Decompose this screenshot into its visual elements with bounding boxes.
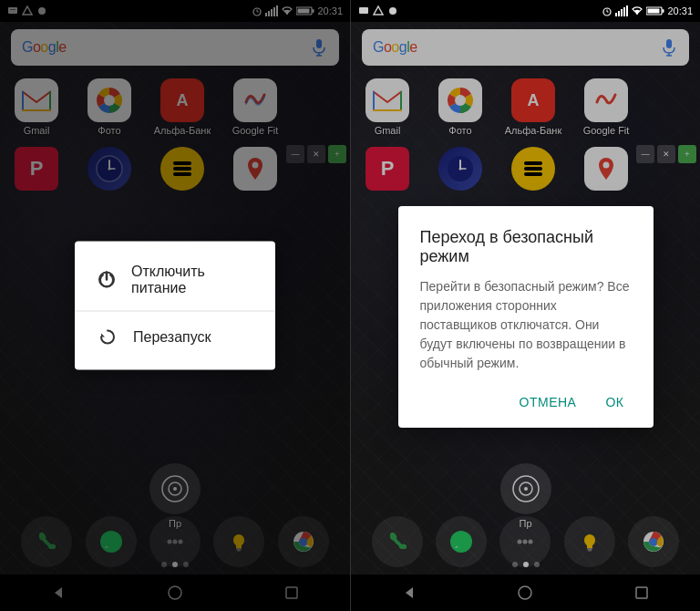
r-battery-icon [646, 5, 664, 16]
dialog-title: Переход в безопасный режим [420, 228, 632, 266]
r-notif-1 [358, 5, 369, 16]
svg-marker-55 [101, 334, 105, 337]
status-bar-right: 20:31 [351, 0, 700, 22]
power-off-label: Отключить питание [131, 264, 253, 296]
svg-rect-68 [623, 7, 625, 16]
right-panel: 20:31 Google Gmail [350, 0, 700, 611]
svg-rect-59 [359, 7, 368, 14]
r-wifi-icon [631, 5, 643, 16]
status-icons-right-left [358, 5, 398, 16]
svg-rect-66 [618, 11, 620, 16]
svg-rect-69 [626, 5, 628, 16]
restart-item[interactable]: Перезапуск [75, 311, 275, 363]
dialog-buttons: ОТМЕНА ОК [420, 391, 632, 413]
power-icon [97, 269, 117, 291]
dialog-body: Перейти в безопасный режим? Все приложен… [420, 277, 632, 373]
dialog-cancel-btn[interactable]: ОТМЕНА [512, 391, 584, 413]
svg-rect-73 [648, 9, 660, 14]
svg-rect-67 [621, 9, 623, 16]
svg-point-61 [389, 7, 396, 15]
svg-rect-72 [663, 9, 664, 13]
svg-rect-65 [615, 13, 617, 16]
power-off-item[interactable]: Отключить питание [75, 249, 275, 311]
r-alarm-icon [602, 5, 612, 16]
r-time-display: 20:31 [667, 5, 693, 16]
r-notif-3 [387, 5, 398, 16]
restart-label: Перезапуск [133, 329, 211, 346]
dialog-ok-btn[interactable]: ОК [598, 391, 631, 413]
wallpaper-right: Google Gmail [351, 22, 700, 611]
dialog-overlay: Переход в безопасный режим Перейти в без… [351, 22, 700, 611]
r-signal-icon [615, 5, 628, 16]
power-menu: Отключить питание Перезапуск [75, 242, 275, 370]
restart-icon [97, 326, 118, 348]
safe-mode-dialog: Переход в безопасный режим Перейти в без… [398, 206, 654, 428]
r-notif-2 [373, 5, 384, 16]
left-panel: 20:31 Google Gmail [0, 0, 350, 611]
svg-point-70 [636, 13, 638, 15]
status-icons-right-right: 20:31 [602, 5, 693, 16]
svg-marker-60 [374, 6, 383, 15]
